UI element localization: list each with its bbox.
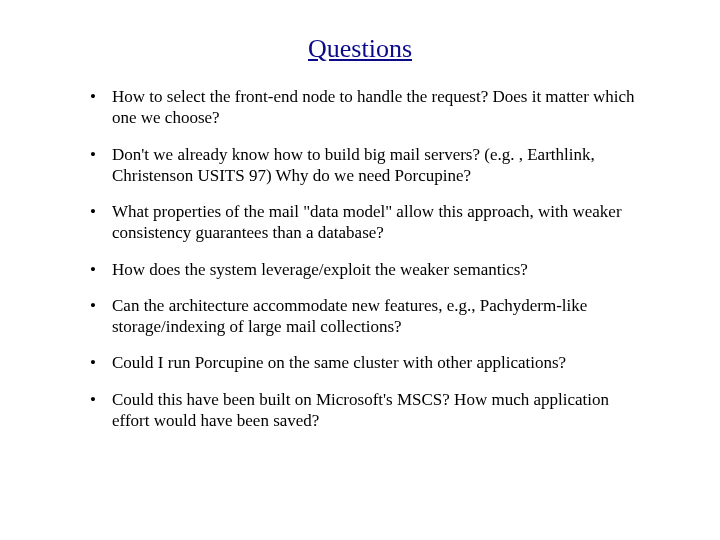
list-item: How does the system leverage/exploit the…: [86, 259, 650, 280]
bullet-text: Could this have been built on Microsoft'…: [112, 390, 609, 430]
list-item: How to select the front-end node to hand…: [86, 86, 650, 129]
slide-title: Questions: [0, 34, 720, 64]
bullet-text: What properties of the mail "data model"…: [112, 202, 622, 242]
bullet-list: How to select the front-end node to hand…: [86, 86, 650, 431]
list-item: What properties of the mail "data model"…: [86, 201, 650, 244]
bullet-text: Don't we already know how to build big m…: [112, 145, 595, 185]
bullet-text: Could I run Porcupine on the same cluste…: [112, 353, 566, 372]
list-item: Could I run Porcupine on the same cluste…: [86, 352, 650, 373]
bullet-text: How does the system leverage/exploit the…: [112, 260, 528, 279]
list-item: Don't we already know how to build big m…: [86, 144, 650, 187]
slide-body: How to select the front-end node to hand…: [0, 86, 720, 431]
slide: Questions How to select the front-end no…: [0, 34, 720, 540]
footer: DUKE Systems & Architecture: [14, 534, 253, 540]
bullet-text: How to select the front-end node to hand…: [112, 87, 635, 127]
list-item: Can the architecture accommodate new fea…: [86, 295, 650, 338]
footer-org: DUKE: [14, 534, 93, 540]
list-item: Could this have been built on Microsoft'…: [86, 389, 650, 432]
bullet-text: Can the architecture accommodate new fea…: [112, 296, 587, 336]
